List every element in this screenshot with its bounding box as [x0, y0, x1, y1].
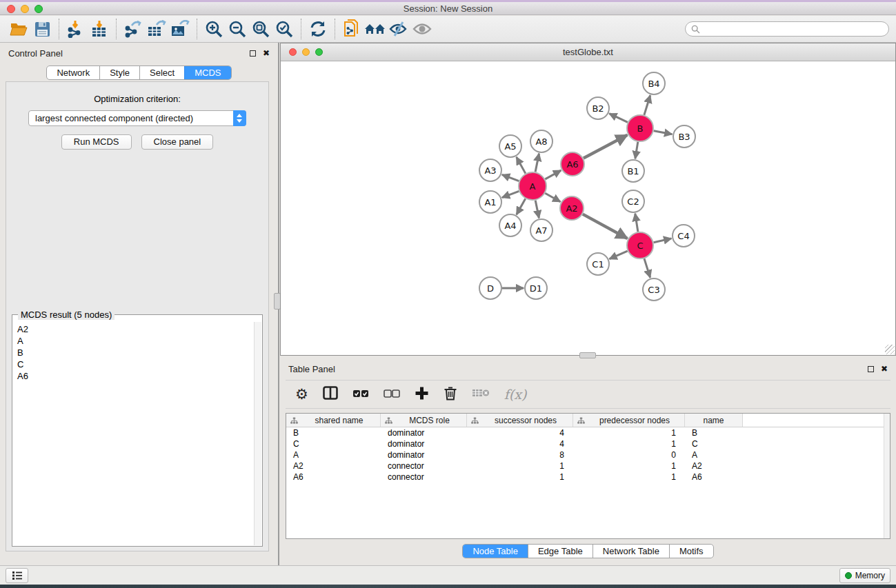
edge-A-A5[interactable] [517, 157, 526, 174]
result-scrollbar[interactable] [254, 322, 261, 545]
edge-C-C4[interactable] [654, 239, 672, 243]
select-all-rows-icon[interactable] [352, 388, 369, 401]
edge-A-A3[interactable] [502, 174, 519, 181]
zoom-selected-icon[interactable] [272, 18, 296, 40]
column-header-MCDS-role[interactable]: MCDS role [381, 414, 467, 427]
edge-B-B3[interactable] [654, 131, 673, 134]
zoom-in-icon[interactable] [202, 18, 226, 40]
cell-MCDS-role[interactable]: connector [381, 460, 467, 472]
edge-B-B1[interactable] [635, 142, 638, 159]
close-panel-icon[interactable]: ✖ [263, 49, 270, 57]
column-layout-icon[interactable] [323, 386, 338, 403]
tab-mcds[interactable]: MCDS [184, 66, 230, 79]
tab-network-table[interactable]: Network Table [593, 545, 669, 558]
cell-MCDS-role[interactable]: dominator [381, 438, 467, 449]
cell-successor-nodes[interactable]: 1 [467, 460, 573, 472]
export-network-icon[interactable] [121, 18, 145, 40]
cell-name[interactable]: A6 [685, 472, 743, 483]
tab-edge-table[interactable]: Edge Table [528, 545, 593, 558]
search-field[interactable] [685, 21, 889, 37]
cell-successor-nodes[interactable]: 1 [467, 472, 573, 483]
tab-motifs[interactable]: Motifs [669, 545, 713, 558]
delete-table-icon[interactable] [472, 388, 490, 401]
cell-name[interactable]: A [685, 449, 743, 460]
cell-successor-nodes[interactable]: 8 [467, 449, 573, 460]
cell-shared-name[interactable]: B [286, 427, 381, 438]
tab-select[interactable]: Select [139, 66, 184, 79]
close-table-panel-icon[interactable]: ✖ [881, 365, 888, 373]
zoom-out-icon[interactable] [226, 18, 249, 40]
function-builder-icon[interactable]: f(x) [504, 387, 527, 402]
import-table-icon[interactable] [88, 18, 111, 40]
edge-A-A6[interactable] [545, 170, 561, 179]
cell-MCDS-role[interactable]: connector [381, 472, 467, 483]
result-item[interactable]: B [17, 347, 253, 358]
edge-A2-C[interactable] [583, 214, 628, 239]
column-header-name[interactable]: name [685, 414, 743, 427]
edge-C-C2[interactable] [635, 214, 638, 232]
add-column-icon[interactable] [415, 386, 429, 403]
edge-A-A8[interactable] [535, 154, 539, 172]
tab-style[interactable]: Style [99, 66, 139, 79]
cell-name[interactable]: B [685, 427, 743, 438]
memory-button[interactable]: Memory [839, 568, 890, 583]
edge-A-A4[interactable] [517, 199, 526, 214]
cell-MCDS-role[interactable]: dominator [381, 449, 467, 460]
edge-A-A1[interactable] [502, 191, 519, 197]
show-hide-annotations-icon[interactable] [410, 18, 434, 40]
result-item[interactable]: C [17, 358, 253, 370]
edge-A6-B[interactable] [584, 135, 628, 159]
tab-node-table[interactable]: Node Table [463, 545, 528, 558]
refresh-icon[interactable] [306, 18, 330, 40]
cell-shared-name[interactable]: A6 [286, 472, 381, 483]
network-window-titlebar[interactable]: testGlobe.txt [281, 43, 895, 61]
float-table-panel-icon[interactable] [868, 366, 874, 372]
table-row[interactable]: Bdominator41B [286, 427, 890, 438]
column-header-shared-name[interactable]: shared name [286, 414, 381, 427]
window-resize-grip[interactable] [885, 345, 895, 354]
table-row[interactable]: Cdominator41C [286, 438, 890, 449]
edge-A-A2[interactable] [545, 193, 560, 201]
edge-C-C3[interactable] [644, 258, 650, 278]
float-panel-icon[interactable] [250, 50, 256, 57]
new-network-from-file-icon[interactable] [340, 18, 364, 40]
cell-shared-name[interactable]: A2 [286, 460, 381, 472]
close-panel-button[interactable]: Close panel [141, 134, 214, 150]
home-views-icon[interactable] [364, 18, 387, 40]
horizontal-splitter-handle[interactable] [579, 352, 596, 358]
edge-A-A7[interactable] [535, 201, 539, 219]
cell-predecessor-nodes[interactable]: 1 [573, 460, 685, 472]
cell-predecessor-nodes[interactable]: 1 [573, 438, 685, 449]
deselect-all-rows-icon[interactable] [384, 388, 400, 401]
search-input[interactable] [700, 24, 883, 34]
cell-predecessor-nodes[interactable]: 1 [573, 472, 685, 483]
cell-predecessor-nodes[interactable]: 0 [573, 449, 685, 460]
result-item[interactable]: A2 [17, 323, 253, 335]
cell-name[interactable]: A2 [685, 460, 743, 472]
edge-C-C1[interactable] [609, 251, 627, 259]
result-item[interactable]: A6 [17, 370, 253, 382]
tab-network[interactable]: Network [47, 66, 99, 79]
cell-name[interactable]: C [685, 438, 743, 449]
save-session-icon[interactable] [30, 18, 54, 40]
table-settings-icon[interactable]: ⚙ [295, 387, 308, 402]
cell-MCDS-role[interactable]: dominator [381, 427, 467, 438]
table-row[interactable]: Adominator80A [286, 449, 890, 460]
edge-B-B2[interactable] [609, 114, 628, 123]
open-session-icon[interactable] [7, 18, 30, 40]
import-network-icon[interactable] [64, 18, 88, 40]
table-row[interactable]: A6connector11A6 [286, 472, 890, 483]
cell-shared-name[interactable]: A [286, 449, 381, 460]
edge-B-B4[interactable] [644, 95, 650, 115]
cell-successor-nodes[interactable]: 4 [467, 427, 573, 438]
column-header-predecessor-nodes[interactable]: predecessor nodes [573, 414, 685, 427]
delete-column-icon[interactable] [444, 385, 457, 403]
mcds-result-list[interactable]: A2ABCA6 [13, 322, 253, 545]
criterion-dropdown[interactable]: largest connected component (directed) [28, 110, 246, 126]
table-row[interactable]: A2connector11A2 [286, 460, 890, 472]
show-hide-graphic-details-icon[interactable] [387, 18, 410, 40]
export-table-icon[interactable] [145, 18, 168, 40]
table-scrollbar[interactable] [884, 414, 890, 538]
task-history-button[interactable] [6, 568, 28, 583]
export-image-icon[interactable] [168, 18, 192, 40]
